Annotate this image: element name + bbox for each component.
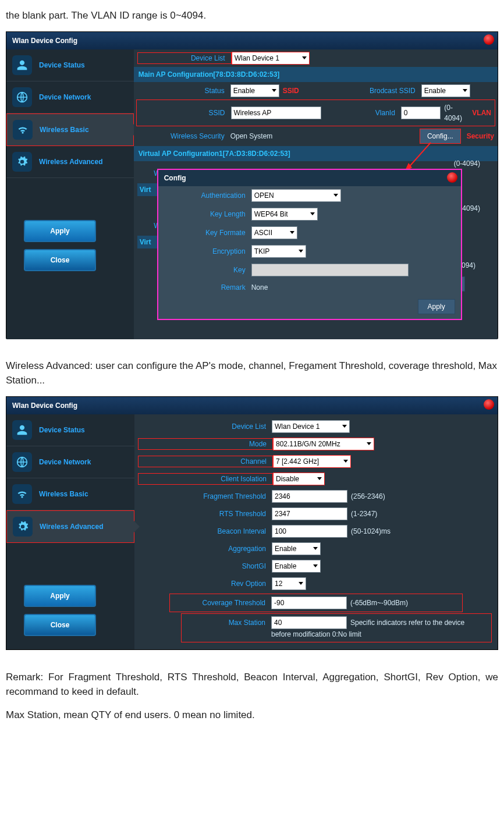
window-title: Wlan Device Config — [12, 37, 77, 45]
authentication-label: Authentication — [164, 190, 251, 201]
mode-select[interactable]: 802.11B/G/N 20MHz — [273, 438, 374, 450]
encryption-label: Encryption — [164, 246, 251, 257]
sidebar-item-wireless-advanced[interactable]: Wireless Advanced — [6, 146, 134, 178]
sidebar-item-label: Device Status — [39, 425, 85, 435]
vlanid-label: VlanId — [361, 108, 401, 118]
remark-value: None — [251, 282, 268, 293]
remark-label: Remark — [164, 282, 251, 293]
vlanid-input[interactable]: 0 — [401, 106, 441, 119]
content-panel: Device List Wlan Device 1 Mode 802.11B/G… — [134, 414, 498, 649]
sidebar-item-label: Device Network — [39, 457, 91, 467]
virtual-ap-section-head: Virtual AP Configuration1[7A:D3:8D:D6:02… — [134, 146, 498, 161]
rev-option-label: Rev Option — [138, 578, 272, 589]
sidebar-item-label: Wireless Basic — [39, 489, 88, 499]
rts-threshold-label: RTS Threshold — [138, 509, 272, 519]
rev-option-select[interactable]: 12 — [272, 577, 306, 590]
sidebar-item-device-status[interactable]: Device Status — [6, 49, 134, 81]
sidebar-item-wireless-advanced[interactable]: Wireless Advanced — [6, 510, 134, 543]
sidebar-item-label: Wireless Advanced — [39, 157, 103, 167]
apply-button[interactable]: Apply — [24, 585, 96, 607]
client-isolation-label: Client Isolation — [138, 473, 273, 485]
key-input[interactable] — [251, 264, 409, 276]
window-close-icon[interactable] — [484, 399, 494, 410]
client-isolation-select[interactable]: Disable — [273, 473, 325, 485]
virt-label: Virt — [137, 183, 157, 196]
ssid-label: SSID — [140, 108, 231, 118]
sidebar-item-label: Wireless Advanced — [40, 521, 104, 532]
coverage-range-note: (-65dBm~-90dBm) — [350, 598, 408, 608]
coverage-threshold-label: Coverage Threshold — [173, 598, 271, 608]
popup-close-icon[interactable] — [447, 172, 457, 183]
sidebar-item-device-network[interactable]: Device Network — [6, 81, 134, 113]
remark-para: Remark: For Fragment Threshold, RTS Thre… — [6, 670, 498, 699]
sidebar-item-wireless-basic[interactable]: Wireless Basic — [6, 478, 134, 510]
window-title: Wlan Device Config — [12, 402, 77, 410]
broadcast-ssid-label: Brodcast SSID — [352, 86, 421, 96]
vlan-range-note: (0-4094) — [444, 102, 470, 123]
intro-para-1: the blank part. The VLAN ID range is 0~4… — [6, 8, 498, 23]
popup-title: Config — [158, 170, 461, 186]
shortgi-select[interactable]: Enable — [272, 560, 321, 573]
max-station-note1: Specific indicators refer to the device — [350, 617, 464, 628]
shortgi-label: ShortGI — [138, 561, 272, 571]
gear-icon — [13, 517, 33, 537]
aggregation-label: Aggregation — [138, 544, 272, 554]
channel-label: Channel — [138, 456, 273, 467]
key-length-select[interactable]: WEP64 Bit — [251, 208, 318, 221]
sidebar: Device Status Device Network Wireless Ba… — [6, 49, 134, 339]
device-list-select[interactable]: Wlan Device 1 — [232, 52, 310, 65]
channel-select[interactable]: 7 [2.442 GHz] — [273, 455, 351, 468]
user-icon — [12, 420, 32, 440]
wireless-advanced-screenshot: Wlan Device Config Device Status Device … — [6, 396, 498, 650]
vlan-annotation: VLAN — [472, 108, 491, 118]
coverage-threshold-input[interactable]: -90 — [271, 596, 347, 609]
sidebar-item-label: Device Status — [39, 60, 85, 70]
apply-button[interactable]: Apply — [24, 220, 96, 242]
gear-icon — [12, 152, 32, 172]
close-button[interactable]: Close — [24, 249, 96, 271]
max-station-input[interactable]: 40 — [271, 616, 347, 629]
sidebar-item-wireless-basic[interactable]: Wireless Basic — [6, 113, 134, 146]
aggregation-select[interactable]: Enable — [272, 542, 321, 555]
popup-apply-button[interactable]: Apply — [418, 299, 455, 314]
window-titlebar: Wlan Device Config — [6, 32, 498, 49]
main-ap-section-head: Main AP Configuration[78:D3:8D:D6:02:53] — [134, 67, 498, 82]
fragment-range-note: (256-2346) — [351, 491, 385, 502]
rts-threshold-input[interactable]: 2347 — [272, 507, 347, 520]
svg-line-1 — [407, 143, 431, 169]
sidebar-item-device-status[interactable]: Device Status — [6, 414, 134, 446]
sidebar-item-device-network[interactable]: Device Network — [6, 446, 134, 478]
wireless-advanced-para: Wireless Advanced: user can configure th… — [6, 358, 498, 388]
encryption-select[interactable]: TKIP — [251, 245, 306, 258]
beacon-interval-input[interactable]: 100 — [272, 525, 347, 538]
authentication-select[interactable]: OPEN — [251, 189, 341, 202]
device-list-select[interactable]: Wlan Device 1 — [272, 420, 350, 433]
globe-icon — [12, 452, 32, 472]
config-popup: Config Authentication OPEN Key Length WE… — [157, 169, 462, 320]
device-list-label: Device List — [137, 52, 232, 64]
security-annotation: Security — [467, 131, 494, 141]
broadcast-ssid-select[interactable]: Enable — [421, 84, 470, 97]
beacon-range-note: (50-1024)ms — [351, 526, 391, 537]
wireless-basic-screenshot: Wlan Device Config Device Status Device … — [6, 31, 498, 339]
wireless-security-label: Wireless Security — [137, 131, 230, 141]
rts-range-note: (1-2347) — [351, 509, 377, 519]
sidebar: Device Status Device Network Wireless Ba… — [6, 414, 134, 649]
status-label: Status — [137, 86, 230, 96]
user-icon — [12, 55, 32, 75]
fragment-threshold-input[interactable]: 2346 — [272, 490, 347, 503]
key-format-select[interactable]: ASCII — [251, 226, 297, 239]
ssid-input[interactable]: Wireless AP — [231, 106, 322, 119]
max-station-para: Max Station, mean QTY of end users. 0 me… — [6, 708, 498, 723]
fragment-threshold-label: Fragment Threshold — [138, 491, 272, 502]
sidebar-item-label: Wireless Basic — [40, 125, 89, 135]
device-list-label: Device List — [138, 421, 272, 432]
mode-label: Mode — [138, 438, 273, 450]
wireless-security-value: Open System — [230, 131, 273, 141]
close-button[interactable]: Close — [24, 614, 96, 636]
window-close-icon[interactable] — [484, 34, 494, 45]
key-length-label: Key Length — [164, 209, 251, 219]
window-titlebar: Wlan Device Config — [6, 397, 498, 414]
content-panel: Device List Wlan Device 1 Main AP Config… — [134, 49, 498, 339]
status-select[interactable]: Enable — [230, 84, 279, 97]
